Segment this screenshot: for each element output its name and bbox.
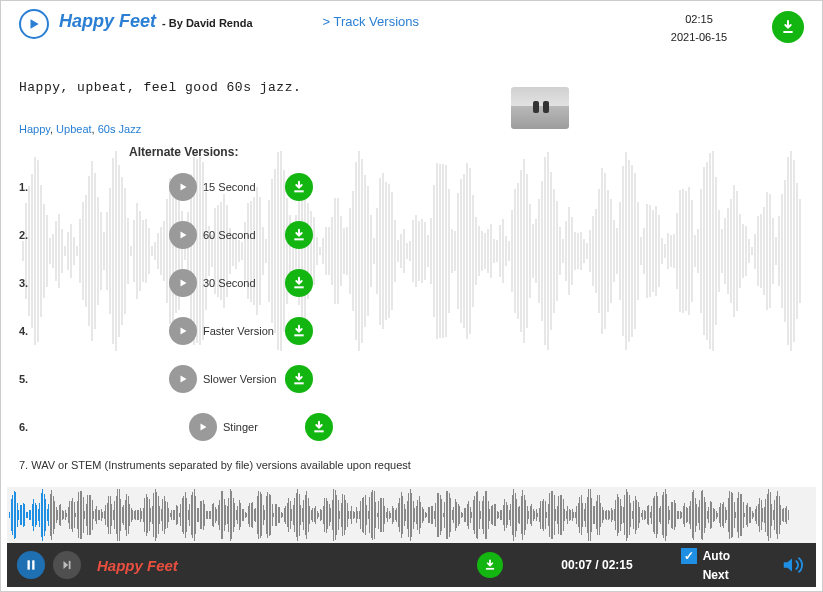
svg-rect-10	[486, 568, 494, 570]
download-icon	[291, 179, 307, 195]
version-row: 2.60 Second	[19, 219, 804, 251]
download-icon	[291, 227, 307, 243]
download-icon	[311, 419, 327, 435]
player-download-button[interactable]	[477, 552, 503, 578]
track-description: Happy, upbeat, feel good 60s jazz.	[19, 80, 804, 95]
play-version-button[interactable]	[169, 173, 197, 201]
version-row: 6.Stinger	[19, 411, 804, 443]
download-icon	[291, 275, 307, 291]
play-version-button[interactable]	[169, 221, 197, 249]
track-author: - By David Renda	[162, 17, 252, 29]
download-version-button[interactable]	[285, 365, 313, 393]
download-version-button[interactable]	[285, 173, 313, 201]
version-row: 3.30 Second	[19, 267, 804, 299]
next-label: Next	[703, 568, 729, 582]
version-number: 3.	[19, 277, 39, 289]
next-icon	[60, 558, 74, 572]
svg-rect-8	[32, 560, 34, 569]
svg-rect-1	[294, 191, 303, 193]
play-version-button[interactable]	[189, 413, 217, 441]
play-icon	[177, 325, 189, 337]
tag-link[interactable]: 60s Jazz	[98, 123, 141, 135]
play-track-button[interactable]	[19, 9, 49, 39]
version-label: 60 Second	[203, 229, 279, 241]
track-duration: 02:15	[654, 11, 744, 29]
download-version-button[interactable]	[285, 317, 313, 345]
track-date: 2021-06-15	[654, 29, 744, 47]
play-version-button[interactable]	[169, 365, 197, 393]
svg-rect-0	[783, 31, 792, 33]
version-number: 2.	[19, 229, 39, 241]
pause-button[interactable]	[17, 551, 45, 579]
auto-label: Auto	[703, 549, 730, 563]
svg-rect-7	[28, 560, 30, 569]
version-label: Faster Version	[203, 325, 279, 337]
download-icon	[291, 371, 307, 387]
player-waveform[interactable]	[7, 487, 816, 543]
svg-rect-6	[314, 431, 323, 433]
auto-next-block: ✓ Auto Next	[681, 548, 730, 582]
track-versions-link[interactable]: > Track Versions	[323, 14, 419, 29]
now-playing-title[interactable]: Happy Feet	[97, 557, 178, 574]
play-icon	[177, 373, 189, 385]
volume-button[interactable]	[778, 554, 806, 576]
version-number: 4.	[19, 325, 39, 337]
version-label: 15 Second	[203, 181, 279, 193]
tag-link[interactable]: Happy	[19, 123, 50, 135]
svg-rect-9	[69, 561, 71, 569]
track-detail-panel: Happy Feet - By David Renda > Track Vers…	[1, 1, 822, 481]
play-version-button[interactable]	[169, 317, 197, 345]
auto-checkbox[interactable]: ✓	[681, 548, 697, 564]
svg-rect-3	[294, 287, 303, 289]
svg-rect-5	[294, 383, 303, 385]
download-version-button[interactable]	[285, 221, 313, 249]
track-tags: Happy, Upbeat, 60s Jazz	[19, 123, 804, 135]
play-icon	[27, 17, 41, 31]
wav-stem-note: 7. WAV or STEM (Instruments separated by…	[19, 459, 804, 471]
alternate-versions-header: Alternate Versions:	[129, 145, 804, 159]
download-icon	[483, 558, 497, 572]
play-version-button[interactable]	[169, 269, 197, 297]
version-row: 4.Faster Version	[19, 315, 804, 347]
download-icon	[780, 19, 796, 35]
alternate-versions-list: 1.15 Second2.60 Second3.30 Second4.Faste…	[19, 171, 804, 443]
play-icon	[177, 229, 189, 241]
download-icon	[291, 323, 307, 339]
player-time: 00:07 / 02:15	[561, 558, 632, 572]
version-number: 1.	[19, 181, 39, 193]
play-icon	[197, 421, 209, 433]
svg-rect-4	[294, 335, 303, 337]
track-thumbnail[interactable]	[511, 87, 569, 129]
download-version-button[interactable]	[285, 269, 313, 297]
play-icon	[177, 181, 189, 193]
version-number: 5.	[19, 373, 39, 385]
play-icon	[177, 277, 189, 289]
pause-icon	[24, 558, 38, 572]
version-label: Slower Version	[203, 373, 279, 385]
download-version-button[interactable]	[305, 413, 333, 441]
volume-icon	[779, 554, 805, 576]
version-row: 5.Slower Version	[19, 363, 804, 395]
version-row: 1.15 Second	[19, 171, 804, 203]
next-button[interactable]	[53, 551, 81, 579]
version-label: 30 Second	[203, 277, 279, 289]
version-number: 6.	[19, 421, 39, 433]
download-track-button[interactable]	[772, 11, 804, 43]
track-meta: 02:15 2021-06-15	[654, 11, 744, 46]
svg-rect-2	[294, 239, 303, 241]
tag-link[interactable]: Upbeat	[56, 123, 91, 135]
audio-player-bar: Happy Feet 00:07 / 02:15 ✓ Auto Next	[7, 487, 816, 587]
track-title[interactable]: Happy Feet	[59, 11, 156, 32]
version-label: Stinger	[223, 421, 299, 433]
